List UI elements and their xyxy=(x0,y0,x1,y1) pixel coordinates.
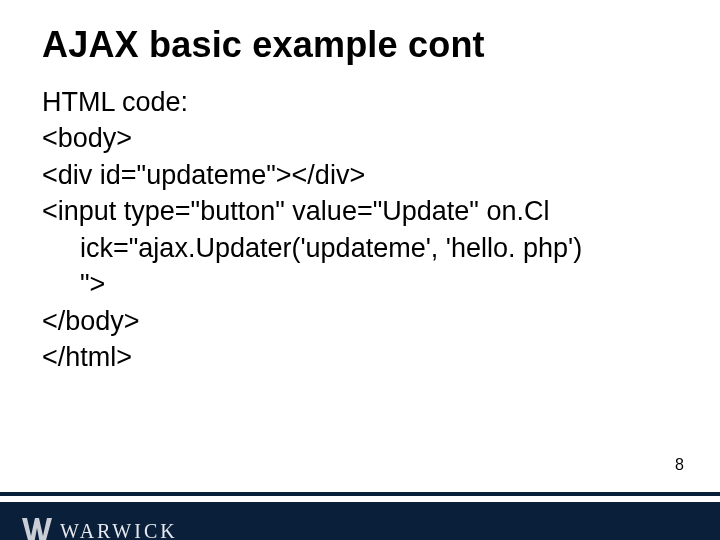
slide: AJAX basic example cont HTML code: <body… xyxy=(0,24,720,540)
code-line: <body> xyxy=(42,120,690,156)
code-line: "> xyxy=(42,266,690,302)
warwick-w-icon xyxy=(22,516,52,540)
code-line: </html> xyxy=(42,339,690,375)
code-line: ick="ajax.Updater('updateme', 'hello. ph… xyxy=(42,230,690,266)
warwick-logo: WARWICK xyxy=(22,516,178,540)
slide-body: HTML code: <body> <div id="updateme"></d… xyxy=(42,84,690,376)
code-line: <input type="button" value="Update" on.C… xyxy=(42,193,690,229)
slide-title: AJAX basic example cont xyxy=(42,24,720,66)
warwick-wordmark: WARWICK xyxy=(60,520,178,541)
svg-marker-0 xyxy=(22,518,52,540)
code-line: HTML code: xyxy=(42,84,690,120)
code-line: <div id="updateme"></div> xyxy=(42,157,690,193)
code-line: </body> xyxy=(42,303,690,339)
footer-band: WARWICK xyxy=(0,502,720,540)
page-number: 8 xyxy=(675,456,684,474)
footer: WARWICK xyxy=(0,492,720,540)
